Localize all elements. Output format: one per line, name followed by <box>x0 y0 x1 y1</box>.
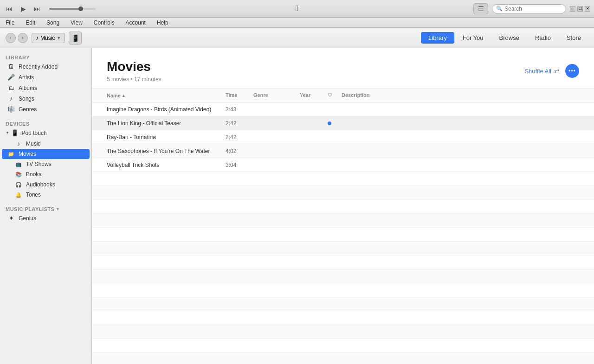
sidebar-item-ipod-touch[interactable]: ▼ 📱 iPod touch <box>0 128 91 138</box>
cell-fav[interactable] <box>328 121 342 125</box>
cell-time: 2:42 <box>226 120 253 127</box>
sidebar-item-artists[interactable]: 🎤 Artists <box>0 72 91 83</box>
playlists-expand-icon[interactable]: ▾ <box>57 207 59 211</box>
empty-row <box>92 311 594 325</box>
device-button[interactable]: 📱 <box>69 32 82 45</box>
table-row[interactable]: The Saxophones - If You're On The Water … <box>92 144 594 158</box>
music-icon: ♪ <box>15 140 22 147</box>
progress-knob[interactable] <box>78 6 83 11</box>
genres-label: Genres <box>19 106 37 113</box>
devices-section-title: Devices <box>0 118 91 128</box>
empty-row <box>92 353 594 364</box>
sidebar-item-albums[interactable]: 🗂 Albums <box>0 83 91 93</box>
table-row[interactable]: The Lion King - Official Teaser 2:42 <box>92 116 594 130</box>
sidebar-item-songs[interactable]: ♪ Songs <box>0 93 91 104</box>
table-row[interactable]: Volleyball Trick Shots 3:04 <box>92 158 594 172</box>
tab-for-you[interactable]: For You <box>455 32 491 44</box>
sidebar-item-tones[interactable]: 🔔 Tones <box>0 190 91 200</box>
menu-edit[interactable]: Edit <box>24 19 37 27</box>
empty-row <box>92 339 594 353</box>
empty-rows <box>92 172 594 364</box>
tab-browse[interactable]: Browse <box>492 32 527 44</box>
shuffle-label: Shuffle All <box>524 68 551 75</box>
search-box[interactable]: 🔍 <box>492 4 566 13</box>
songs-label: Songs <box>19 96 34 102</box>
sidebar-item-music[interactable]: ♪ Music <box>0 138 91 149</box>
chevron-down-icon: ▼ <box>57 36 61 40</box>
library-section-title: Library <box>0 52 91 61</box>
fastforward-button[interactable]: ⏭ <box>32 3 43 14</box>
menu-account[interactable]: Account <box>124 19 148 27</box>
albums-icon: 🗂 <box>7 84 15 91</box>
progress-bar[interactable] <box>49 8 96 10</box>
minimize-button[interactable]: — <box>570 6 575 12</box>
content-title: Movies <box>107 59 161 74</box>
header-actions: Shuffle All ⇄ ••• <box>524 64 579 78</box>
content-subtitle: 5 movies • 17 minutes <box>107 76 161 83</box>
menu-controls[interactable]: Controls <box>92 19 116 27</box>
sidebar-item-audiobooks[interactable]: 🎧 Audiobooks <box>0 179 91 190</box>
playlists-title-text: Music Playlists <box>6 206 55 212</box>
empty-row <box>92 269 594 283</box>
content-title-block: Movies 5 movies • 17 minutes <box>107 59 161 83</box>
empty-row <box>92 297 594 311</box>
sidebar-item-genres[interactable]: 🎼 Genres <box>0 104 91 115</box>
main-layout: Library 🗓 Recently Added 🎤 Artists 🗂 Alb… <box>0 48 594 364</box>
more-button[interactable]: ••• <box>565 64 579 78</box>
table-row[interactable]: Ray-Ban - Tomatina 2:42 <box>92 130 594 144</box>
col-header-name[interactable]: Name ▲ <box>107 90 226 100</box>
movies-label: Movies <box>19 151 36 157</box>
sidebar-item-movies[interactable]: 📁 Movies <box>2 149 90 159</box>
menu-view[interactable]: View <box>69 19 84 27</box>
tones-icon: 🔔 <box>15 192 22 198</box>
search-icon: 🔍 <box>496 6 503 12</box>
table-row[interactable]: Imagine Dragons - Birds (Animated Video)… <box>92 102 594 116</box>
empty-row <box>92 283 594 297</box>
tab-store[interactable]: Store <box>559 32 588 44</box>
empty-row <box>92 242 594 255</box>
col-header-genre: Genre <box>253 90 300 100</box>
empty-row <box>92 214 594 228</box>
col-header-year: Year <box>300 90 328 100</box>
play-button[interactable]: ▶ <box>18 3 29 14</box>
menu-song[interactable]: Song <box>45 19 61 27</box>
nav-tabs: Library For You Browse Radio Store <box>421 32 588 44</box>
table-body: Imagine Dragons - Birds (Animated Video)… <box>92 102 594 172</box>
rewind-button[interactable]: ⏮ <box>4 3 15 14</box>
sidebar-item-tv-shows[interactable]: 📺 TV Shows <box>0 159 91 169</box>
artists-label: Artists <box>19 74 34 81</box>
expand-icon: ▼ <box>6 131 9 135</box>
restore-button[interactable]: ☐ <box>577 6 583 12</box>
sidebar-item-books[interactable]: 📚 Books <box>0 169 91 179</box>
menu-help[interactable]: Help <box>155 19 170 27</box>
nav-bar: ‹ › ♪ Music ▼ 📱 Library For You Browse R… <box>0 28 594 48</box>
artists-icon: 🎤 <box>7 74 15 81</box>
tones-label: Tones <box>26 192 41 198</box>
menu-file[interactable]: File <box>4 19 16 27</box>
source-selector[interactable]: ♪ Music ▼ <box>32 33 65 43</box>
tv-shows-label: TV Shows <box>26 161 52 167</box>
more-icon: ••• <box>568 68 576 74</box>
sidebar-item-genius[interactable]: ✦ Genius <box>0 213 91 224</box>
back-button[interactable]: ‹ <box>6 33 16 43</box>
sidebar-item-recently-added[interactable]: 🗓 Recently Added <box>0 61 91 72</box>
empty-row <box>92 255 594 269</box>
empty-row <box>92 172 594 186</box>
genius-label: Genius <box>19 215 36 222</box>
cell-time: 2:42 <box>226 134 253 140</box>
tab-radio[interactable]: Radio <box>528 32 558 44</box>
list-view-button[interactable]: ☰ <box>473 3 488 14</box>
search-input[interactable] <box>504 6 562 12</box>
audiobooks-icon: 🎧 <box>15 182 22 188</box>
progress-fill <box>49 8 79 10</box>
close-button[interactable]: ✕ <box>585 6 590 12</box>
content-area: Movies 5 movies • 17 minutes Shuffle All… <box>92 48 594 364</box>
col-name-label: Name <box>107 93 121 98</box>
sidebar: Library 🗓 Recently Added 🎤 Artists 🗂 Alb… <box>0 48 92 364</box>
shuffle-all-button[interactable]: Shuffle All ⇄ <box>524 67 560 75</box>
audiobooks-label: Audiobooks <box>26 181 55 188</box>
empty-row <box>92 325 594 339</box>
forward-button[interactable]: › <box>18 33 28 43</box>
tab-library[interactable]: Library <box>421 32 454 44</box>
empty-row <box>92 186 594 200</box>
